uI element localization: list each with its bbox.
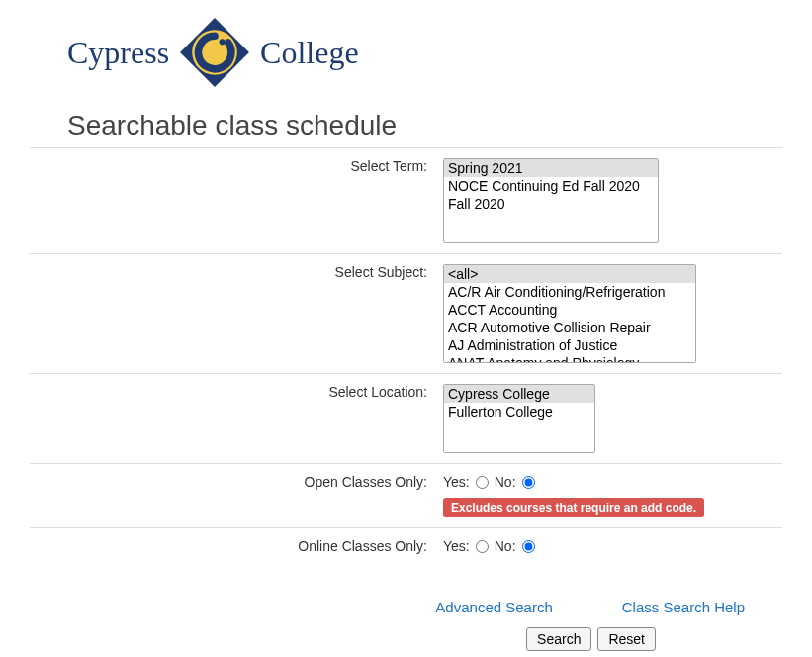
subject-select[interactable]: <all>AC/R Air Conditioning/Refrigeration… <box>443 264 696 363</box>
links-row: Advanced Search Class Search Help <box>30 599 745 615</box>
logo-text-left: Cypress <box>67 35 169 71</box>
location-select[interactable]: Cypress CollegeFullerton College <box>443 384 595 453</box>
online-yes-radio[interactable] <box>476 540 489 553</box>
college-emblem-icon <box>177 15 252 90</box>
subject-label: Select Subject: <box>30 254 435 374</box>
online-yes-label: Yes: <box>443 538 470 554</box>
open-no-label: No: <box>495 474 516 490</box>
search-button[interactable]: Search <box>526 627 591 651</box>
online-no-radio[interactable] <box>522 540 535 553</box>
svg-point-2 <box>220 39 226 45</box>
page-container: Cypress College Searchable class schedul… <box>0 0 812 657</box>
online-no-label: No: <box>495 538 516 554</box>
open-classes-label: Open Classes Only: <box>30 464 435 528</box>
search-form: Select Term: Spring 2021NOCE Continuing … <box>30 147 782 564</box>
open-no-radio[interactable] <box>522 476 535 489</box>
location-label: Select Location: <box>30 374 435 464</box>
button-row: Search Reset <box>30 627 656 651</box>
open-yes-label: Yes: <box>443 474 470 490</box>
online-classes-label: Online Classes Only: <box>30 528 435 565</box>
open-yes-radio[interactable] <box>476 476 489 489</box>
reset-button[interactable]: Reset <box>597 627 656 651</box>
term-select[interactable]: Spring 2021NOCE Continuing Ed Fall 2020F… <box>443 158 659 243</box>
advanced-search-link[interactable]: Advanced Search <box>435 599 552 615</box>
logo-text-right: College <box>260 35 359 71</box>
page-title: Searchable class schedule <box>67 110 782 141</box>
class-search-help-link[interactable]: Class Search Help <box>622 599 745 615</box>
open-classes-note: Excludes courses that require an add cod… <box>443 498 704 517</box>
college-logo: Cypress College <box>67 15 782 90</box>
term-label: Select Term: <box>30 148 435 254</box>
